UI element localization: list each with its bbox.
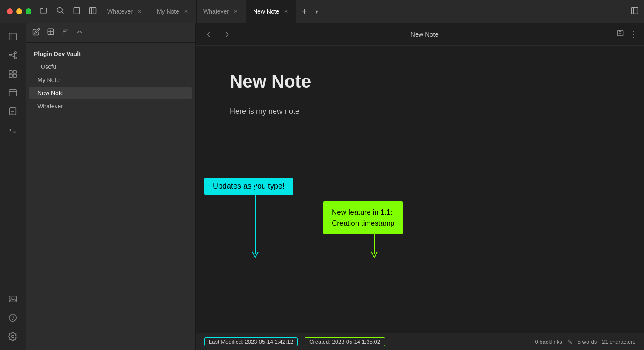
- settings-sidebar-btn[interactable]: [4, 328, 21, 345]
- editor-content[interactable]: New Note Here is my new note: [196, 46, 644, 143]
- more-options-icon[interactable]: ⋮: [630, 30, 637, 39]
- status-right: 0 backlinks ✎ 5 words 21 characters: [535, 339, 635, 345]
- image-sidebar-btn[interactable]: [4, 291, 21, 308]
- files-sidebar-btn[interactable]: [4, 28, 21, 45]
- layout-icon[interactable]: [88, 6, 97, 17]
- svg-rect-3: [90, 7, 96, 14]
- graph-sidebar-btn[interactable]: [4, 47, 21, 64]
- file-tree-header: [26, 23, 195, 43]
- editor-body: New Note Here is my new note Updates as …: [196, 46, 644, 333]
- traffic-lights: [0, 8, 37, 14]
- file-item-useful[interactable]: _Useful: [29, 60, 192, 73]
- file-item-new-note[interactable]: New Note: [29, 87, 192, 99]
- editor-toolbar: New Note ⋮: [196, 23, 644, 46]
- terminal-sidebar-btn[interactable]: [4, 121, 21, 138]
- editor-toolbar-right: ⋮: [616, 29, 637, 40]
- back-button[interactable]: [202, 28, 214, 40]
- maximize-button[interactable]: [26, 8, 31, 14]
- svg-rect-6: [632, 7, 638, 14]
- svg-point-10: [9, 54, 11, 56]
- backlinks-count: 0 backlinks: [535, 339, 562, 345]
- svg-rect-18: [9, 74, 12, 77]
- svg-line-1: [62, 11, 64, 14]
- titlebar: Whatever ✕ My Note ✕ Whatever ✕ New Note…: [0, 0, 644, 23]
- svg-point-33: [11, 335, 14, 338]
- sort-header-icon[interactable]: [61, 28, 69, 37]
- tabs-area: Whatever ✕ My Note ✕ Whatever ✕ New Note…: [100, 0, 625, 23]
- editor-title: New Note: [240, 31, 609, 38]
- note-sidebar-btn[interactable]: [4, 103, 21, 120]
- file-tree-content: Plugin Dev Vault _Useful My Note New Not…: [26, 43, 195, 350]
- main-area: Plugin Dev Vault _Useful My Note New Not…: [0, 23, 644, 350]
- folder-icon[interactable]: [40, 6, 48, 17]
- calendar-sidebar-btn[interactable]: [4, 84, 21, 101]
- tab-close-new-note[interactable]: ✕: [282, 8, 289, 15]
- left-sidebar-icons: [0, 23, 26, 350]
- svg-rect-16: [9, 71, 12, 73]
- new-note-icon[interactable]: [72, 6, 81, 17]
- note-body[interactable]: Here is my new note: [230, 105, 610, 118]
- callout-feature: New feature in 1.1: Creation timestamp: [323, 201, 403, 234]
- search-icon[interactable]: [56, 6, 65, 17]
- new-file-header-icon[interactable]: [47, 28, 54, 37]
- tab-close-whatever-1[interactable]: ✕: [136, 8, 143, 15]
- close-button[interactable]: [7, 8, 13, 14]
- file-item-my-note[interactable]: My Note: [29, 73, 192, 86]
- svg-rect-2: [74, 7, 79, 14]
- char-count: 21 characters: [602, 339, 635, 345]
- last-modified-badge: Last Modified: 2023-05-14 1:42:12: [204, 337, 298, 346]
- minimize-button[interactable]: [16, 8, 22, 14]
- svg-point-32: [13, 319, 13, 320]
- svg-rect-24: [10, 108, 16, 115]
- svg-rect-19: [13, 74, 16, 77]
- edit-pencil-icon[interactable]: ✎: [567, 339, 573, 345]
- forward-button[interactable]: [221, 28, 233, 40]
- tab-close-my-note[interactable]: ✕: [182, 8, 189, 15]
- vault-name: Plugin Dev Vault: [26, 48, 195, 60]
- tab-close-whatever-2[interactable]: ✕: [232, 8, 239, 15]
- file-tree-panel: Plugin Dev Vault _Useful My Note New Not…: [26, 23, 196, 350]
- help-sidebar-btn[interactable]: [4, 309, 21, 326]
- titlebar-icons: [37, 6, 100, 17]
- tab-new-note[interactable]: New Note ✕: [246, 0, 296, 23]
- tab-whatever-2[interactable]: Whatever ✕: [197, 0, 246, 23]
- svg-rect-20: [9, 90, 17, 96]
- svg-line-13: [11, 53, 14, 56]
- svg-rect-29: [9, 296, 17, 302]
- note-title: New Note: [230, 71, 610, 92]
- editor-area: New Note ⋮ New Note Here is my new note: [196, 23, 644, 350]
- sidebar-toggle-button[interactable]: [625, 6, 644, 17]
- word-count: 5 words: [578, 339, 597, 345]
- svg-rect-17: [13, 71, 16, 73]
- svg-line-14: [11, 55, 14, 58]
- svg-rect-8: [9, 33, 17, 40]
- tab-dropdown-button[interactable]: ▾: [312, 8, 322, 15]
- reader-view-icon[interactable]: [616, 29, 624, 40]
- grid-sidebar-btn[interactable]: [4, 65, 21, 82]
- edit-header-icon[interactable]: [32, 28, 40, 37]
- new-tab-button[interactable]: +: [296, 7, 312, 17]
- tab-whatever-1[interactable]: Whatever ✕: [100, 0, 150, 23]
- collapse-header-icon[interactable]: [76, 28, 83, 37]
- tab-my-note[interactable]: My Note ✕: [150, 0, 197, 23]
- file-item-whatever[interactable]: Whatever: [29, 100, 192, 113]
- created-badge: Created: 2023-05-14 1:35:02: [305, 337, 385, 346]
- status-bar: Last Modified: 2023-05-14 1:42:12 Create…: [196, 333, 644, 350]
- callout-updates: Updates as you type!: [204, 178, 293, 195]
- svg-point-0: [57, 7, 63, 12]
